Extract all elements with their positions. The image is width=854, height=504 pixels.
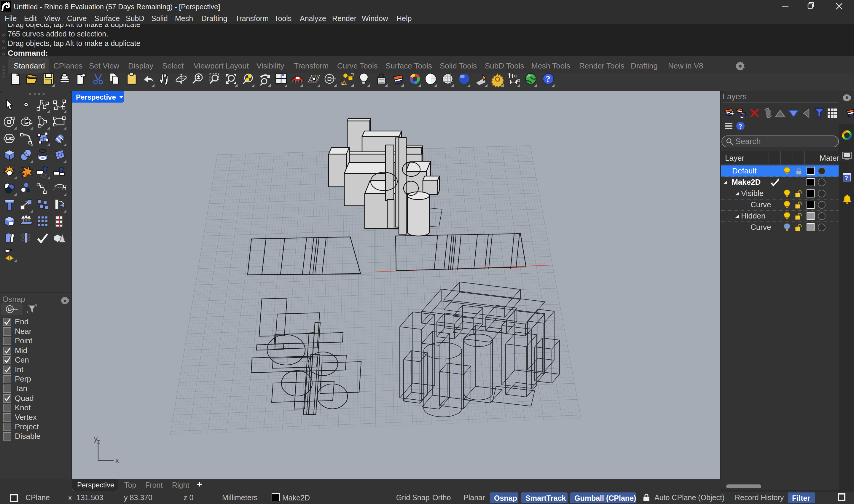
svg-text:?: ? <box>845 174 848 182</box>
svg-text:?: ? <box>739 123 742 130</box>
svg-text:x: x <box>115 456 119 464</box>
svg-text:z: z <box>97 438 100 445</box>
svg-text:8: 8 <box>8 1 10 6</box>
svg-text:?: ? <box>546 74 550 84</box>
